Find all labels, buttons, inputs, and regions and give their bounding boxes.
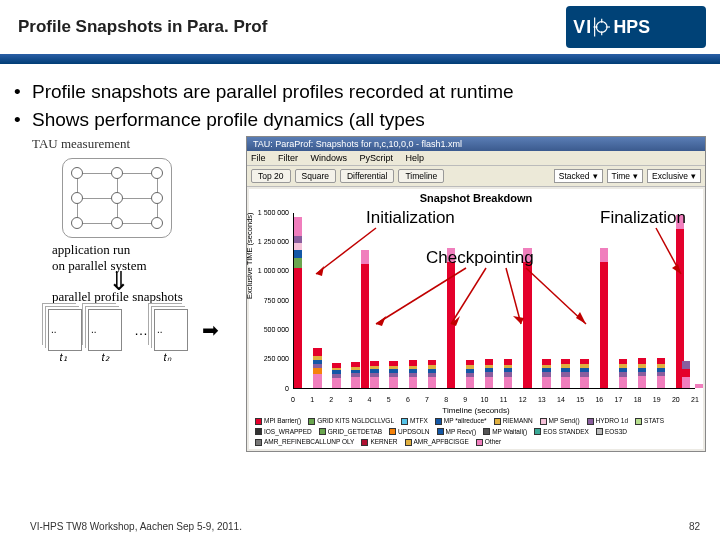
x-axis-label: Timeline (seconds) — [249, 406, 703, 415]
footer-text: VI-HPS TW8 Workshop, Aachen Sep 5-9, 201… — [30, 521, 242, 532]
page-number: 82 — [689, 521, 700, 532]
tau-label: TAU measurement — [32, 136, 242, 152]
bullet-2: •Shows performance profile dynamics (all… — [14, 108, 706, 132]
y-axis-label: Exclusive TIME (seconds) — [245, 212, 254, 299]
svg-text:I: I — [586, 17, 591, 37]
tab-square[interactable]: Square — [295, 169, 336, 183]
slide-title: Profile Snapshots in Para. Prof — [18, 17, 267, 37]
toolbar: Top 20 Square Differential Timeline Stac… — [247, 166, 705, 187]
menu-file[interactable]: File — [251, 153, 266, 163]
dropdown-time[interactable]: Time▾ — [607, 169, 644, 183]
chart-title: Snapshot Breakdown — [249, 189, 703, 207]
bullet-1: •Profile snapshots are parallel profiles… — [14, 80, 706, 104]
tab-timeline[interactable]: Timeline — [398, 169, 444, 183]
parallel-nodes-diagram — [62, 158, 172, 238]
plot-area — [293, 213, 695, 389]
paraprof-window: TAU: ParaProf: Snapshots for n,c,10,0,0 … — [246, 136, 706, 452]
snapshot-icon: .. — [48, 309, 82, 351]
menu-help[interactable]: Help — [406, 153, 425, 163]
svg-text:V: V — [573, 17, 585, 37]
dropdown-exclusive[interactable]: Exclusive▾ — [647, 169, 701, 183]
snapshot-icons: .. .. … .. ➡ — [48, 309, 242, 351]
snapshot-icon: .. — [154, 309, 188, 351]
ellipsis: … — [134, 322, 148, 338]
menu-pyscript[interactable]: PyScript — [360, 153, 394, 163]
down-arrow-icon: ⇓ — [108, 274, 242, 290]
vihps-logo: VIHPS — [566, 6, 706, 48]
menubar[interactable]: File Filter Windows PyScript Help — [247, 151, 705, 166]
snapshots-label: parallel profile snapshots — [52, 289, 242, 305]
svg-point-3 — [596, 22, 607, 33]
header-bar — [0, 54, 720, 64]
tab-top20[interactable]: Top 20 — [251, 169, 291, 183]
chevron-down-icon: ▾ — [633, 171, 638, 181]
time-labels: t₁t₂tₙ — [42, 351, 242, 364]
tab-differential[interactable]: Differential — [340, 169, 394, 183]
snapshot-icon: .. — [88, 309, 122, 351]
chevron-down-icon: ▾ — [691, 171, 696, 181]
chevron-down-icon: ▾ — [593, 171, 598, 181]
window-titlebar[interactable]: TAU: ParaProf: Snapshots for n,c,10,0,0 … — [247, 137, 705, 151]
legend: MPI Barrier()GRID KITS NGLDCLLVGLMTFXMP … — [255, 417, 697, 446]
menu-windows[interactable]: Windows — [311, 153, 348, 163]
svg-text:HPS: HPS — [614, 17, 651, 37]
menu-filter[interactable]: Filter — [278, 153, 298, 163]
dropdown-stacked[interactable]: Stacked▾ — [554, 169, 603, 183]
chart-area: Snapshot Breakdown Exclusive TIME (secon… — [249, 189, 703, 449]
right-arrow-icon: ➡ — [202, 318, 219, 342]
apprun-label: application run on parallel system — [52, 242, 242, 274]
